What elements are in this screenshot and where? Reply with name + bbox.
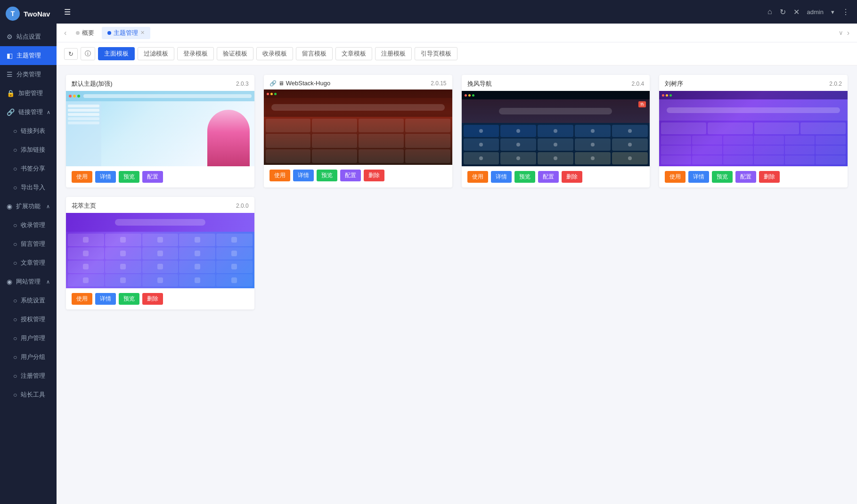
theme-liushuxu-配置-button[interactable]: 配置 [735,171,756,183]
comment-template-btn[interactable]: 留言模板 [296,47,333,60]
sidebar-item-webmaster-tools[interactable]: ○ 站长工具 [0,385,57,404]
theme-webstack-详情-button[interactable]: 详情 [293,170,314,181]
theme-huacao-详情-button[interactable]: 详情 [95,293,116,305]
tab-label-1: 主题管理 [114,29,138,37]
theme-webstack-预览-button[interactable]: 预览 [317,170,337,181]
sidebar-label-category-management: 分类管理 [16,70,41,79]
sidebar-item-link-list[interactable]: ○ 链接列表 [0,122,57,140]
tab-prev-arrow[interactable]: ‹ [62,27,68,39]
theme-default-详情-button[interactable]: 详情 [95,171,116,183]
theme-name-liushuxu: 刘树序 [665,80,683,88]
tab-close-1[interactable]: ✕ [140,30,145,36]
theme-default-配置-button[interactable]: 配置 [142,171,163,183]
menu-icon[interactable]: ☰ [64,8,71,16]
close-icon[interactable]: ✕ [793,8,800,16]
theme-card-header-huacao: 花萃主页 2.0.0 [66,197,254,213]
sidebar-item-add-link[interactable]: ○ 添加链接 [0,140,57,159]
theme-card-huafeng: 挽风导航 2.0.4 热 使用详情预览配置删除 [462,75,650,187]
sidebar-item-user-group[interactable]: ○ 用户分组 [0,348,57,366]
sidebar-label-link-list: 链接列表 [21,127,45,135]
theme-huacao-删除-button[interactable]: 删除 [142,293,163,305]
user-name[interactable]: admin [807,8,824,16]
theme-default-预览-button[interactable]: 预览 [119,171,139,183]
theme-card-webstack: 🔗 🖥 WebStack-Hugo 2.0.15 使用详情预览配置删除 [264,75,452,187]
user-dropdown-icon[interactable]: ▾ [831,8,834,16]
sidebar-icon-bookmark-share: ○ [13,165,17,172]
info-button[interactable]: ⓘ [81,47,95,60]
theme-actions-huafeng: 使用详情预览配置删除 [462,166,650,187]
sidebar-item-article-management[interactable]: ○ 文章管理 [0,253,57,272]
theme-preview-huafeng: 热 [462,91,650,166]
login-template-btn[interactable]: 登录模板 [177,47,214,60]
tab-expand-icon[interactable]: ∨ [839,29,843,36]
verify-template-btn[interactable]: 验证模板 [217,47,253,60]
theme-huacao-预览-button[interactable]: 预览 [119,293,139,305]
sidebar-item-collection-management[interactable]: ○ 收录管理 [0,216,57,235]
theme-default-使用-button[interactable]: 使用 [72,171,92,183]
theme-huafeng-配置-button[interactable]: 配置 [538,171,559,183]
theme-liushuxu-使用-button[interactable]: 使用 [665,171,686,183]
sidebar-item-password-management[interactable]: 🔒 加密管理 [0,84,57,103]
sidebar-item-website-management[interactable]: ◉ 网站管理 ∧ [0,272,57,291]
sidebar-icon-extend-functions: ◉ [7,203,12,210]
theme-webstack-配置-button[interactable]: 配置 [340,170,361,181]
sidebar: T TwoNav ⚙ 站点设置 ◧ 主题管理 ☰ 分类管理 🔒 加密管理 🔗 链… [0,0,57,504]
sidebar-item-theme-management[interactable]: ◧ 主题管理 [0,46,57,65]
sidebar-item-category-management[interactable]: ☰ 分类管理 [0,65,57,84]
sidebar-item-bookmark-share[interactable]: ○ 书签分享 [0,159,57,178]
template-toolbar: ↻ ⓘ 主面模板 过滤模板 登录模板 验证模板 收录模板 留言模板 文章模板 注… [57,42,857,65]
theme-actions-default: 使用详情预览配置 [66,166,254,187]
article-template-btn[interactable]: 文章模板 [335,47,372,60]
filter-template-btn[interactable]: 过滤模板 [138,47,174,60]
sidebar-label-link-management: 链接管理 [18,108,43,116]
sidebar-label-password-management: 加密管理 [18,89,43,98]
theme-huafeng-使用-button[interactable]: 使用 [467,171,488,183]
guide-template-btn[interactable]: 引导页模板 [415,47,457,60]
sidebar-item-auth-management[interactable]: ○ 授权管理 [0,310,57,329]
sidebar-icon-webmaster-tools: ○ [13,391,17,398]
collect-template-btn[interactable]: 收录模板 [256,47,293,60]
sidebar-icon-collection-management: ○ [13,221,17,229]
themes-grid: 默认主题(加强) 2.0.3 使 [57,65,857,319]
sidebar-icon-password-management: 🔒 [7,89,15,97]
theme-name-huafeng: 挽风导航 [467,80,492,88]
sidebar-item-user-management[interactable]: ○ 用户管理 [0,329,57,348]
sidebar-item-extend-functions[interactable]: ◉ 扩展功能 ∧ [0,197,57,216]
sidebar-label-user-group: 用户分组 [21,353,45,361]
theme-huacao-使用-button[interactable]: 使用 [72,293,92,305]
theme-liushuxu-预览-button[interactable]: 预览 [712,171,733,183]
theme-card-header-liushuxu: 刘树序 2.0.2 [659,75,848,91]
register-template-btn[interactable]: 注册模板 [375,47,412,60]
theme-huafeng-预览-button[interactable]: 预览 [514,171,535,183]
theme-liushuxu-详情-button[interactable]: 详情 [688,171,709,183]
theme-huafeng-详情-button[interactable]: 详情 [491,171,512,183]
main-area: ☰ ⌂ ↻ ✕ admin ▾ ⋮ ‹ 概要 主题管理 ✕ ∨ › ↻ ⓘ 主面… [57,0,857,504]
theme-card-header-webstack: 🔗 🖥 WebStack-Hugo 2.0.15 [264,75,452,89]
sidebar-item-link-management[interactable]: 🔗 链接管理 ∧ [0,103,57,122]
tab-0[interactable]: 概要 [70,27,100,39]
tab-label-0: 概要 [82,29,94,37]
sidebar-item-register-management[interactable]: ○ 注册管理 [0,366,57,385]
sidebar-item-site-settings[interactable]: ⚙ 站点设置 [0,27,57,46]
sidebar-icon-site-settings: ⚙ [7,33,13,41]
tab-next-arrow[interactable]: › [845,27,851,39]
home-icon[interactable]: ⌂ [767,8,772,16]
theme-webstack-删除-button[interactable]: 删除 [364,170,384,181]
more-options-icon[interactable]: ⋮ [842,8,849,16]
refresh-icon[interactable]: ↻ [780,8,786,16]
monitor-icon: 🖥 [278,80,284,87]
sidebar-item-export-import[interactable]: ○ 导出导入 [0,178,57,197]
external-link-icon: 🔗 [269,80,277,87]
refresh-button[interactable]: ↻ [64,48,78,60]
sidebar-logo: T TwoNav [0,0,57,27]
sidebar-item-comment-management[interactable]: ○ 留言管理 [0,235,57,253]
sidebar-icon-auth-management: ○ [13,316,17,323]
theme-webstack-使用-button[interactable]: 使用 [269,170,290,181]
sidebar-icon-user-group: ○ [13,353,17,361]
sidebar-item-system-settings[interactable]: ○ 系统设置 [0,291,57,310]
theme-liushuxu-删除-button[interactable]: 删除 [759,171,780,183]
theme-huafeng-删除-button[interactable]: 删除 [562,171,582,183]
sidebar-icon-link-management: 🔗 [7,108,15,116]
tab-1[interactable]: 主题管理 ✕ [102,27,150,39]
main-template-btn[interactable]: 主面模板 [98,47,135,60]
